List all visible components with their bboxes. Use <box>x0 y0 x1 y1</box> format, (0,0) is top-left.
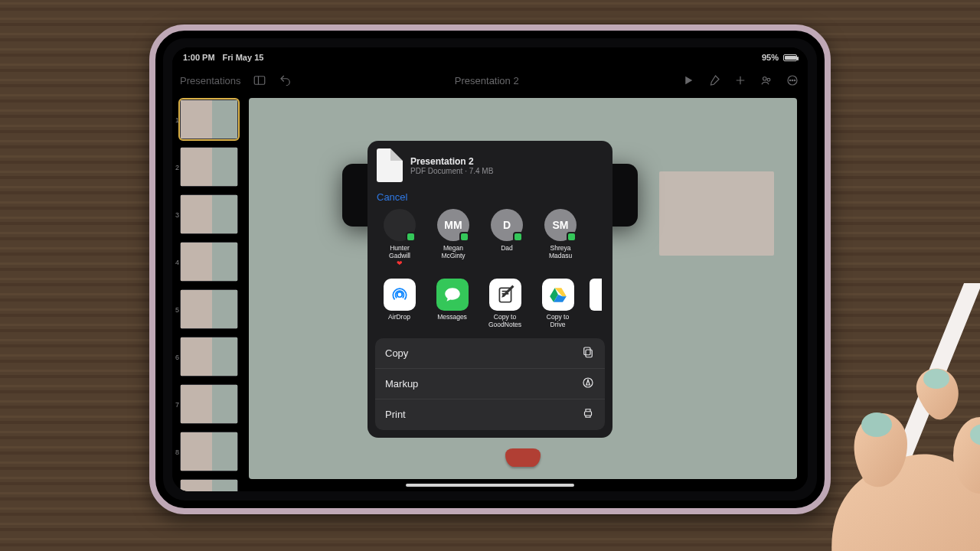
action-label: Print <box>385 409 406 420</box>
svg-point-8 <box>397 292 402 298</box>
svg-marker-19 <box>884 462 907 487</box>
action-copy[interactable]: Copy <box>375 338 605 369</box>
svg-point-22 <box>953 417 980 494</box>
svg-rect-13 <box>586 350 592 357</box>
share-apps-row: AirDropMessagesCopy toGoodNotesCopy toDr… <box>368 276 612 338</box>
svg-point-21 <box>923 369 949 389</box>
share-contacts-row: HunterGadwill❤MMMeganMcGintyDDadSMShreya… <box>368 204 612 276</box>
action-markup[interactable]: Markup <box>375 369 605 399</box>
share-doc-name: Presentation 2 <box>410 156 493 167</box>
share-sheet: Presentation 2 PDF Document · 7.4 MB Can… <box>368 141 612 438</box>
share-app-messages[interactable]: Messages <box>431 279 473 329</box>
share-contact[interactable]: SMShreyaMadasu <box>539 209 582 268</box>
svg-point-20 <box>861 412 892 437</box>
ipad-screen: 1:00 PM Fri May 15 95% Presentations <box>172 47 808 491</box>
action-label: Markup <box>385 378 418 390</box>
home-indicator[interactable] <box>406 484 574 487</box>
cancel-button[interactable]: Cancel <box>368 187 612 204</box>
share-doc-sub: PDF Document · 7.4 MB <box>410 167 493 175</box>
action-label: Copy <box>385 347 408 359</box>
share-contact[interactable]: DDad <box>485 209 528 268</box>
print-icon <box>581 406 595 422</box>
share-app-goodnotes[interactable]: Copy toGoodNotes <box>484 279 526 329</box>
action-print[interactable]: Print <box>375 399 605 430</box>
share-contact[interactable]: HunterGadwill❤ <box>378 209 421 268</box>
markup-icon <box>581 376 595 392</box>
svg-point-23 <box>970 424 980 445</box>
copy-icon <box>581 345 595 361</box>
svg-rect-17 <box>892 283 980 468</box>
ipad-device: 1:00 PM Fri May 15 95% Presentations <box>149 24 831 514</box>
share-actions: Copy Markup Print <box>375 338 605 430</box>
share-app-partial[interactable] <box>590 279 602 329</box>
svg-rect-16 <box>585 412 592 416</box>
share-app-airdrop[interactable]: AirDrop <box>378 279 420 329</box>
share-contact[interactable]: MMMeganMcGinty <box>432 209 475 268</box>
document-icon <box>377 148 403 182</box>
svg-rect-14 <box>584 347 590 355</box>
share-app-drive[interactable]: Copy toDrive <box>537 279 579 329</box>
